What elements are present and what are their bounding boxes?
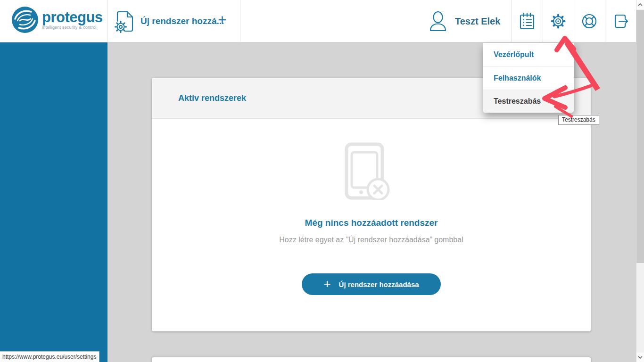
scroll-up-icon [638, 3, 643, 6]
menu-item-felhasznalok[interactable]: Felhasználók [483, 66, 574, 90]
empty-state-title: Még nincs hozzáadott rendszer [305, 218, 438, 228]
help-button[interactable] [574, 0, 605, 42]
settings-dropdown-menu: Vezérlőpult Felhasználók Testreszabás [483, 43, 574, 113]
logo-text-block: protegus intelligent security & control [42, 10, 103, 30]
active-systems-card: Aktív rendszerek Még nincs hozzáadott re… [152, 78, 591, 331]
person-icon [428, 11, 448, 32]
menu-item-testreszabas[interactable]: Testreszabás [483, 90, 574, 113]
protegus-swirl-icon [11, 6, 39, 33]
testreszabas-tooltip: Testreszabás [558, 115, 599, 125]
protegus-app-page: protegus intelligent security & control [0, 0, 644, 362]
events-list-button[interactable] [512, 0, 543, 42]
add-system-plus-button[interactable]: + [218, 12, 227, 27]
vertical-scrollbar[interactable] [636, 0, 644, 362]
scroll-down-button[interactable] [636, 353, 644, 362]
logout-icon [611, 12, 629, 30]
logo-wordmark: protegus [42, 10, 103, 25]
settings-gear-button[interactable] [543, 0, 574, 42]
scroll-up-button[interactable] [636, 0, 644, 9]
document-gear-icon [113, 9, 135, 33]
top-header: protegus intelligent security & control [0, 0, 636, 42]
logout-button[interactable] [605, 0, 636, 42]
browser-status-bar: https://www.protegus.eu/user/settings [0, 351, 99, 362]
user-name: Teszt Elek [455, 16, 500, 27]
add-system-tab-label: Új rendszer hozzá... [140, 16, 224, 26]
events-list-icon [518, 12, 536, 31]
card-body: Még nincs hozzáadott rendszer Hozz létre… [152, 119, 591, 295]
plus-icon: + [323, 278, 330, 290]
settings-gear-icon [549, 12, 567, 30]
header-divider [240, 0, 240, 42]
help-lifebuoy-icon [580, 12, 598, 30]
scrollbar-thumb[interactable] [636, 10, 644, 263]
header-divider [107, 0, 108, 42]
left-sidebar [0, 42, 107, 362]
empty-state-subtitle: Hozz létre egyet az ”Új rendszer hozzáad… [279, 236, 463, 244]
protegus-logo[interactable]: protegus intelligent security & control [11, 6, 103, 33]
user-menu[interactable]: Teszt Elek [428, 0, 500, 42]
add-system-button[interactable]: + Új rendszer hozzáadása [302, 273, 440, 295]
add-system-tab[interactable]: Új rendszer hozzá... [113, 0, 224, 42]
next-card-partial [152, 357, 591, 362]
phone-with-x-icon [345, 142, 398, 200]
menu-item-vezerlopult[interactable]: Vezérlőpult [483, 43, 574, 66]
card-title: Aktív rendszerek [178, 93, 246, 103]
logo-tagline: intelligent security & control [42, 25, 103, 30]
add-system-button-label: Új rendszer hozzáadása [339, 280, 419, 288]
scroll-down-icon [638, 356, 643, 359]
